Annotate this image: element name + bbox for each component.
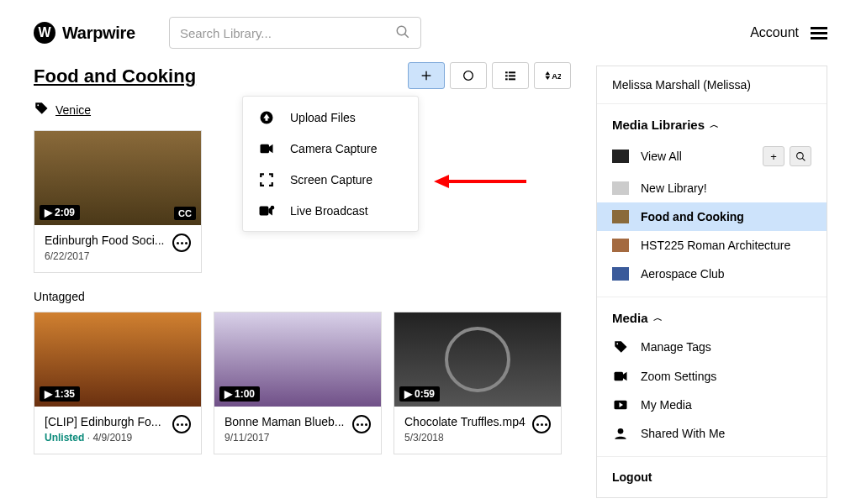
more-button[interactable]	[172, 415, 191, 433]
media-thumbnail: ▶2:09 CC	[34, 131, 201, 225]
dropdown-upload-files[interactable]: Upload Files	[243, 102, 418, 134]
menu-icon[interactable]	[811, 27, 827, 39]
svg-rect-10	[509, 78, 515, 80]
media-sub: Unlisted · 4/9/2019	[45, 432, 166, 444]
person-icon	[612, 427, 629, 440]
dropdown-label: Live Broadcast	[290, 204, 368, 218]
svg-marker-12	[545, 76, 550, 80]
duration-badge: ▶1:00	[219, 386, 260, 402]
svg-marker-29	[623, 372, 627, 381]
media-thumbnail: ▶0:59	[394, 312, 561, 407]
svg-line-26	[802, 158, 805, 160]
media-date: 6/22/2017	[45, 250, 166, 262]
svg-point-14	[37, 104, 39, 106]
svg-point-22	[271, 206, 275, 210]
add-dropdown: Upload Files Camera Capture Screen Captu…	[242, 96, 419, 232]
toolbar: AZ	[408, 62, 571, 89]
more-button[interactable]	[172, 234, 191, 252]
sidebar-media-section: Media ︿ Manage Tags Zoom Settings My Med…	[597, 297, 827, 457]
chevron-up-icon: ︿	[710, 118, 719, 131]
brand-logo: W Warpwire	[34, 22, 135, 44]
media-title: [CLIP] Edinburgh Fo...	[45, 415, 166, 428]
upload-icon	[258, 110, 275, 125]
header-right: Account	[750, 25, 827, 40]
library-thumb-icon	[612, 267, 629, 281]
more-button[interactable]	[532, 415, 551, 433]
sidebar-item-aerospace[interactable]: Aerospace Club	[597, 260, 827, 288]
search-input[interactable]	[180, 26, 395, 40]
sidebar-item-food-cooking[interactable]: Food and Cooking	[597, 202, 827, 231]
svg-rect-7	[505, 75, 508, 76]
duration-badge: ▶0:59	[399, 386, 440, 402]
media-date: 4/9/2019	[92, 432, 132, 444]
library-title[interactable]: Food and Cooking	[34, 66, 196, 87]
sidebar-item-label: My Media	[641, 398, 692, 412]
search-icon[interactable]	[395, 24, 410, 42]
sidebar-libraries-heading[interactable]: Media Libraries ︿	[597, 113, 827, 139]
dropdown-live-broadcast[interactable]: Live Broadcast	[243, 196, 418, 226]
media-thumbnail: ▶1:00	[214, 312, 381, 407]
svg-marker-11	[545, 71, 550, 75]
sidebar-item-hst225[interactable]: HST225 Roman Architecture	[597, 231, 827, 260]
dropdown-screen-capture[interactable]: Screen Capture	[243, 164, 418, 196]
svg-rect-8	[509, 75, 515, 76]
media-card[interactable]: ▶1:00 Bonne Maman Blueb... 9/11/2017	[214, 312, 382, 454]
unlisted-label: Unlisted	[45, 432, 84, 444]
logout-button[interactable]: Logout	[597, 457, 827, 497]
dropdown-label: Upload Files	[290, 111, 356, 124]
sidebar-item-view-all[interactable]: View All +	[597, 139, 827, 174]
play-icon	[612, 399, 629, 411]
svg-point-4	[464, 71, 473, 81]
sidebar-libraries-section: Media Libraries ︿ View All + New Library…	[597, 104, 827, 297]
media-card[interactable]: ▶2:09 CC Edinburgh Food Soci... 6/22/201…	[34, 130, 202, 273]
svg-point-25	[796, 152, 803, 159]
live-icon	[258, 205, 275, 217]
svg-point-27	[616, 343, 618, 344]
media-title: Chocolate Truffles.mp4	[404, 415, 526, 428]
main-content: Food and Cooking AZ Venice ▶2:09 CC Edin…	[34, 66, 571, 498]
sidebar-item-my-media[interactable]: My Media	[597, 391, 827, 419]
svg-rect-28	[615, 372, 624, 381]
add-button[interactable]	[408, 62, 445, 89]
svg-rect-18	[261, 144, 270, 154]
media-title: Edinburgh Food Soci...	[45, 234, 166, 247]
dropdown-label: Screen Capture	[290, 173, 372, 186]
header: W Warpwire Account	[0, 0, 861, 66]
cards-untagged: ▶1:35 [CLIP] Edinburgh Fo... Unlisted · …	[34, 312, 571, 454]
list-view-button[interactable]	[492, 62, 529, 89]
chevron-up-icon: ︿	[653, 312, 663, 324]
sidebar-item-manage-tags[interactable]: Manage Tags	[597, 332, 827, 362]
sidebar-search-button[interactable]	[790, 146, 811, 166]
sidebar-add-button[interactable]: +	[763, 146, 784, 166]
annotation-arrow	[434, 173, 526, 192]
sidebar-item-label: Shared With Me	[641, 427, 725, 440]
sidebar-item-label: Manage Tags	[641, 340, 711, 354]
sidebar-item-new-library[interactable]: New Library!	[597, 174, 827, 202]
account-link[interactable]: Account	[750, 25, 799, 40]
svg-line-1	[404, 34, 409, 38]
sidebar-item-shared[interactable]: Shared With Me	[597, 419, 827, 448]
sidebar-item-label: Food and Cooking	[641, 210, 744, 223]
more-button[interactable]	[352, 415, 371, 433]
sidebar-media-heading[interactable]: Media ︿	[597, 306, 827, 332]
search-bar[interactable]	[169, 17, 421, 49]
svg-point-0	[397, 26, 406, 35]
sidebar-user: Melissa Marshall (Melissa)	[612, 78, 751, 92]
svg-marker-19	[269, 144, 273, 154]
tag-link[interactable]: Venice	[55, 103, 91, 117]
tag-icon	[612, 339, 629, 354]
camera-icon	[612, 370, 629, 382]
sidebar-item-label: HST225 Roman Architecture	[641, 239, 790, 252]
dropdown-camera-capture[interactable]: Camera Capture	[243, 134, 418, 164]
sidebar-item-label: New Library!	[641, 181, 707, 195]
sidebar-item-label: Zoom Settings	[641, 370, 716, 383]
svg-text:AZ: AZ	[552, 72, 561, 81]
media-card[interactable]: ▶0:59 Chocolate Truffles.mp4 5/3/2018	[394, 312, 562, 454]
brand-logo-mark: W	[34, 22, 55, 44]
sort-button[interactable]: AZ	[534, 62, 571, 89]
record-button[interactable]	[450, 62, 487, 89]
media-date: 9/11/2017	[224, 432, 346, 444]
sidebar-item-zoom-settings[interactable]: Zoom Settings	[597, 362, 827, 391]
media-card[interactable]: ▶1:35 [CLIP] Edinburgh Fo... Unlisted · …	[34, 312, 202, 454]
sidebar-user-block: Melissa Marshall (Melissa)	[597, 66, 827, 104]
